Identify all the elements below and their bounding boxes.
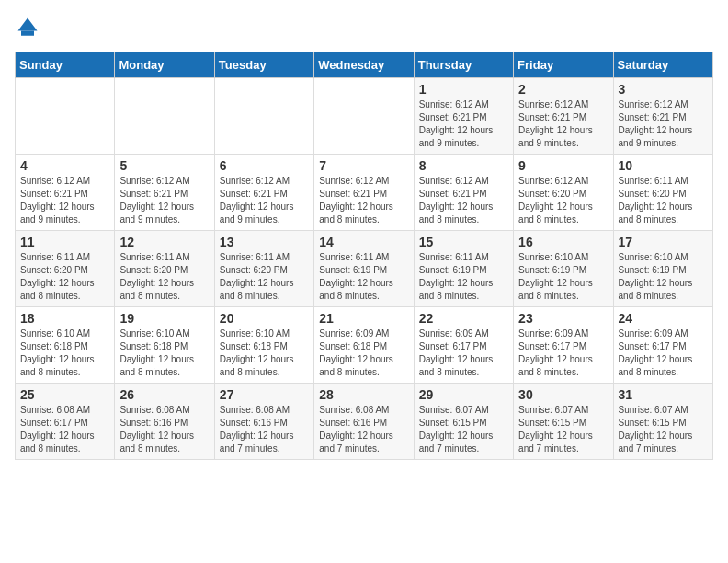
- calendar-cell: 23Sunrise: 6:09 AM Sunset: 6:17 PM Dayli…: [514, 307, 613, 384]
- day-number: 21: [319, 311, 408, 326]
- day-info: Sunrise: 6:12 AM Sunset: 6:21 PM Dayligh…: [220, 175, 309, 226]
- calendar-cell: 18Sunrise: 6:10 AM Sunset: 6:18 PM Dayli…: [16, 307, 115, 384]
- calendar-cell: [214, 78, 313, 155]
- day-info: Sunrise: 6:08 AM Sunset: 6:17 PM Dayligh…: [20, 404, 109, 455]
- logo: [15, 15, 44, 40]
- calendar-cell: 14Sunrise: 6:11 AM Sunset: 6:19 PM Dayli…: [314, 231, 414, 307]
- calendar-cell: 12Sunrise: 6:11 AM Sunset: 6:20 PM Dayli…: [115, 231, 214, 307]
- day-number: 23: [518, 311, 608, 326]
- header: [15, 15, 713, 40]
- svg-rect-1: [21, 31, 34, 36]
- day-number: 11: [20, 235, 109, 249]
- day-number: 31: [619, 387, 708, 402]
- calendar-cell: 11Sunrise: 6:11 AM Sunset: 6:20 PM Dayli…: [16, 231, 115, 307]
- calendar-cell: 10Sunrise: 6:11 AM Sunset: 6:20 PM Dayli…: [613, 155, 712, 231]
- calendar-cell: 20Sunrise: 6:10 AM Sunset: 6:18 PM Dayli…: [214, 307, 313, 384]
- calendar-cell: 16Sunrise: 6:10 AM Sunset: 6:19 PM Dayli…: [514, 231, 613, 307]
- day-number: 4: [20, 158, 109, 173]
- day-info: Sunrise: 6:11 AM Sunset: 6:19 PM Dayligh…: [419, 251, 508, 303]
- day-info: Sunrise: 6:12 AM Sunset: 6:21 PM Dayligh…: [319, 175, 408, 226]
- week-row-2: 4Sunrise: 6:12 AM Sunset: 6:21 PM Daylig…: [16, 155, 713, 231]
- day-info: Sunrise: 6:08 AM Sunset: 6:16 PM Dayligh…: [220, 404, 309, 455]
- week-row-4: 18Sunrise: 6:10 AM Sunset: 6:18 PM Dayli…: [16, 307, 713, 384]
- calendar-cell: 6Sunrise: 6:12 AM Sunset: 6:21 PM Daylig…: [214, 155, 313, 231]
- header-tuesday: Tuesday: [214, 52, 313, 78]
- day-number: 16: [518, 235, 608, 249]
- day-info: Sunrise: 6:11 AM Sunset: 6:20 PM Dayligh…: [220, 251, 309, 303]
- day-number: 29: [419, 387, 508, 402]
- day-info: Sunrise: 6:11 AM Sunset: 6:20 PM Dayligh…: [619, 175, 708, 226]
- header-friday: Friday: [514, 52, 613, 78]
- week-row-3: 11Sunrise: 6:11 AM Sunset: 6:20 PM Dayli…: [16, 231, 713, 307]
- day-info: Sunrise: 6:12 AM Sunset: 6:21 PM Dayligh…: [419, 98, 508, 150]
- day-number: 15: [419, 235, 508, 249]
- day-number: 8: [419, 158, 508, 173]
- day-info: Sunrise: 6:12 AM Sunset: 6:20 PM Dayligh…: [518, 175, 608, 226]
- calendar-cell: 1Sunrise: 6:12 AM Sunset: 6:21 PM Daylig…: [414, 78, 513, 155]
- day-number: 2: [518, 82, 608, 97]
- calendar-cell: 17Sunrise: 6:10 AM Sunset: 6:19 PM Dayli…: [613, 231, 712, 307]
- header-wednesday: Wednesday: [314, 52, 414, 78]
- day-info: Sunrise: 6:12 AM Sunset: 6:21 PM Dayligh…: [619, 98, 708, 150]
- day-number: 10: [619, 158, 708, 173]
- day-info: Sunrise: 6:09 AM Sunset: 6:17 PM Dayligh…: [419, 327, 508, 379]
- day-number: 25: [20, 387, 109, 402]
- day-info: Sunrise: 6:10 AM Sunset: 6:19 PM Dayligh…: [619, 251, 708, 303]
- day-number: 12: [119, 235, 209, 249]
- day-info: Sunrise: 6:11 AM Sunset: 6:19 PM Dayligh…: [319, 251, 408, 303]
- day-number: 14: [319, 235, 408, 249]
- day-number: 18: [20, 311, 109, 326]
- calendar-table: SundayMondayTuesdayWednesdayThursdayFrid…: [15, 52, 713, 460]
- day-info: Sunrise: 6:10 AM Sunset: 6:18 PM Dayligh…: [220, 327, 309, 379]
- day-number: 20: [220, 311, 309, 326]
- day-info: Sunrise: 6:11 AM Sunset: 6:20 PM Dayligh…: [119, 251, 209, 303]
- header-monday: Monday: [115, 52, 214, 78]
- calendar-cell: 19Sunrise: 6:10 AM Sunset: 6:18 PM Dayli…: [115, 307, 214, 384]
- day-info: Sunrise: 6:08 AM Sunset: 6:16 PM Dayligh…: [119, 404, 209, 455]
- day-number: 28: [319, 387, 408, 402]
- header-saturday: Saturday: [613, 52, 712, 78]
- calendar-cell: 29Sunrise: 6:07 AM Sunset: 6:15 PM Dayli…: [414, 384, 513, 460]
- calendar-cell: 26Sunrise: 6:08 AM Sunset: 6:16 PM Dayli…: [115, 384, 214, 460]
- header-thursday: Thursday: [414, 52, 513, 78]
- week-row-1: 1Sunrise: 6:12 AM Sunset: 6:21 PM Daylig…: [16, 78, 713, 155]
- calendar-cell: 22Sunrise: 6:09 AM Sunset: 6:17 PM Dayli…: [414, 307, 513, 384]
- day-number: 1: [419, 82, 508, 97]
- header-sunday: Sunday: [16, 52, 115, 78]
- logo-icon: [15, 15, 40, 40]
- day-number: 5: [119, 158, 209, 173]
- calendar-cell: 28Sunrise: 6:08 AM Sunset: 6:16 PM Dayli…: [314, 384, 414, 460]
- day-info: Sunrise: 6:07 AM Sunset: 6:15 PM Dayligh…: [518, 404, 608, 455]
- day-number: 3: [619, 82, 708, 97]
- day-info: Sunrise: 6:10 AM Sunset: 6:18 PM Dayligh…: [119, 327, 209, 379]
- day-number: 24: [619, 311, 708, 326]
- calendar-cell: 2Sunrise: 6:12 AM Sunset: 6:21 PM Daylig…: [514, 78, 613, 155]
- day-info: Sunrise: 6:10 AM Sunset: 6:19 PM Dayligh…: [518, 251, 608, 303]
- calendar-cell: 27Sunrise: 6:08 AM Sunset: 6:16 PM Dayli…: [214, 384, 313, 460]
- day-info: Sunrise: 6:12 AM Sunset: 6:21 PM Dayligh…: [119, 175, 209, 226]
- day-number: 9: [518, 158, 608, 173]
- calendar-cell: 25Sunrise: 6:08 AM Sunset: 6:17 PM Dayli…: [16, 384, 115, 460]
- day-number: 17: [619, 235, 708, 249]
- calendar-cell: 7Sunrise: 6:12 AM Sunset: 6:21 PM Daylig…: [314, 155, 414, 231]
- day-info: Sunrise: 6:11 AM Sunset: 6:20 PM Dayligh…: [20, 251, 109, 303]
- calendar-cell: [16, 78, 115, 155]
- calendar-cell: 13Sunrise: 6:11 AM Sunset: 6:20 PM Dayli…: [214, 231, 313, 307]
- calendar-cell: 3Sunrise: 6:12 AM Sunset: 6:21 PM Daylig…: [613, 78, 712, 155]
- calendar-cell: 31Sunrise: 6:07 AM Sunset: 6:15 PM Dayli…: [613, 384, 712, 460]
- calendar-cell: 8Sunrise: 6:12 AM Sunset: 6:21 PM Daylig…: [414, 155, 513, 231]
- day-info: Sunrise: 6:12 AM Sunset: 6:21 PM Dayligh…: [20, 175, 109, 226]
- day-info: Sunrise: 6:09 AM Sunset: 6:18 PM Dayligh…: [319, 327, 408, 379]
- week-row-5: 25Sunrise: 6:08 AM Sunset: 6:17 PM Dayli…: [16, 384, 713, 460]
- day-number: 22: [419, 311, 508, 326]
- day-number: 30: [518, 387, 608, 402]
- calendar-cell: 9Sunrise: 6:12 AM Sunset: 6:20 PM Daylig…: [514, 155, 613, 231]
- day-number: 7: [319, 158, 408, 173]
- calendar-cell: [115, 78, 214, 155]
- day-info: Sunrise: 6:08 AM Sunset: 6:16 PM Dayligh…: [319, 404, 408, 455]
- calendar-cell: 30Sunrise: 6:07 AM Sunset: 6:15 PM Dayli…: [514, 384, 613, 460]
- day-info: Sunrise: 6:07 AM Sunset: 6:15 PM Dayligh…: [419, 404, 508, 455]
- day-info: Sunrise: 6:07 AM Sunset: 6:15 PM Dayligh…: [619, 404, 708, 455]
- day-info: Sunrise: 6:10 AM Sunset: 6:18 PM Dayligh…: [20, 327, 109, 379]
- calendar-cell: 4Sunrise: 6:12 AM Sunset: 6:21 PM Daylig…: [16, 155, 115, 231]
